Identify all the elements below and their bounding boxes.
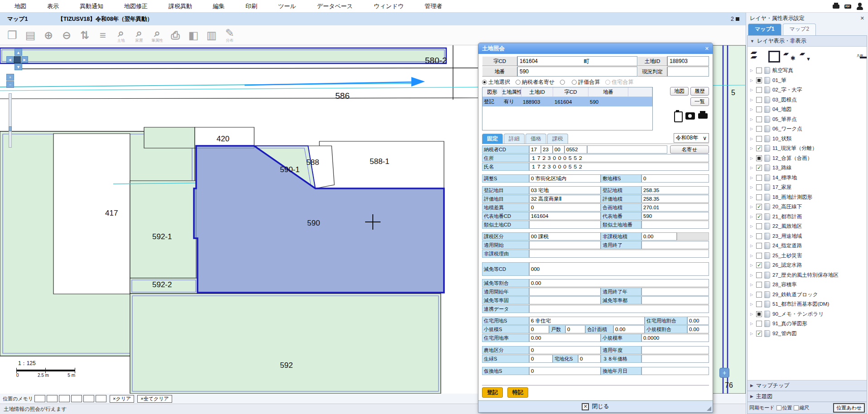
clear-all-button[interactable]: ×全てクリア <box>137 395 172 403</box>
close-x-icon[interactable]: ✕ <box>582 403 589 410</box>
layer-row[interactable]: ▷ 20_高圧線下 <box>747 202 867 212</box>
field-cell[interactable] <box>641 346 709 354</box>
field-cell[interactable] <box>641 221 709 229</box>
sync-checkbox[interactable] <box>794 405 799 410</box>
clipboard-icon[interactable] <box>672 110 684 121</box>
toolbar-button[interactable]: ⊕ <box>41 27 56 44</box>
pan-right-button[interactable]: ► <box>21 56 28 63</box>
result-row-selected[interactable]: 登記有り188903161604590 <box>482 97 652 106</box>
resize-grip[interactable] <box>707 406 711 411</box>
map-plus-button[interactable]: + <box>719 368 729 378</box>
layer-checkbox[interactable] <box>756 253 762 259</box>
expander-icon[interactable]: ▷ <box>750 244 754 248</box>
layer-checkbox[interactable] <box>756 194 762 200</box>
layer-checkbox[interactable] <box>756 67 762 73</box>
layer-checkbox[interactable] <box>756 311 762 317</box>
mode-radio[interactable]: 住宅合算 <box>605 78 633 86</box>
expander-icon[interactable]: ▷ <box>750 263 754 267</box>
expander-icon[interactable]: ▷ <box>750 78 754 82</box>
memory-slot[interactable] <box>34 395 45 402</box>
menu-item[interactable]: ツール <box>278 2 296 10</box>
layer-row[interactable]: ▷ 17_家屋 <box>747 183 867 193</box>
layer-row[interactable]: ▷ 92_管内図 <box>747 329 867 339</box>
dialog-close-icon[interactable]: ✕ <box>705 46 709 52</box>
field-cell[interactable]: 23 <box>541 145 553 154</box>
print-pdf-icon[interactable] <box>844 2 853 11</box>
parcel-592-1[interactable] <box>130 181 196 278</box>
window-counter[interactable]: 2 <box>731 16 746 22</box>
layer-row[interactable]: ▷ 06_ワーク点 <box>747 124 867 134</box>
menu-item[interactable]: 地図修正 <box>124 2 148 10</box>
layer-row[interactable]: ▷ 10_状類 <box>747 134 867 144</box>
result-col-header[interactable] <box>628 87 652 97</box>
layer-row[interactable]: ▷ 90_メモ・テンポラリ <box>747 309 867 319</box>
layer-row[interactable]: ▷ 91_真の筆図形 <box>747 319 867 329</box>
layers-icon[interactable] <box>751 50 763 62</box>
result-col-header[interactable]: 土地属性 <box>502 87 521 97</box>
field-cell[interactable]: １７２３０００５５２ <box>529 154 709 162</box>
expander-icon[interactable]: ▷ <box>750 146 754 150</box>
dialog-tab[interactable]: 価格 <box>526 134 546 144</box>
layer-checkbox[interactable] <box>756 292 762 298</box>
layer-checkbox[interactable] <box>756 331 762 337</box>
aza-cd-value[interactable]: 161604 町 <box>517 56 637 66</box>
field-cell[interactable]: 590 <box>641 212 709 220</box>
layer-checkbox[interactable] <box>756 243 762 249</box>
sidebar-close-icon[interactable]: ✕ <box>860 15 864 21</box>
layer-visibility-header[interactable]: ▼ レイヤ表示・非表示 <box>747 36 867 47</box>
layers-filter-icon[interactable] <box>800 50 812 62</box>
expander-icon[interactable]: ▷ <box>750 166 754 170</box>
user-icon[interactable] <box>855 2 864 11</box>
field-cell[interactable]: 0.00 <box>529 279 709 287</box>
field-cell[interactable] <box>641 367 709 375</box>
field-cell[interactable]: 0 <box>529 325 549 333</box>
genkyo-value[interactable] <box>667 67 709 77</box>
field-cell[interactable]: １７２３０００５５２ <box>529 163 709 171</box>
field-cell[interactable]: 0 <box>578 355 601 363</box>
field-cell[interactable]: 0.00 <box>687 325 709 333</box>
field-cell[interactable]: 00 <box>553 145 564 154</box>
mode-radio[interactable]: 評価合算 <box>572 78 600 86</box>
layer-checkbox[interactable] <box>756 126 762 132</box>
tochi-id-value[interactable]: 188903 <box>667 56 709 66</box>
field-cell[interactable] <box>641 241 709 249</box>
menu-item[interactable]: 管理者 <box>424 2 442 10</box>
map-zoom-in-button[interactable]: + <box>6 74 14 81</box>
clear-button[interactable]: ×クリア <box>110 395 134 403</box>
layer-checkbox[interactable] <box>756 136 762 142</box>
expander-icon[interactable]: ▷ <box>750 68 754 72</box>
menu-item[interactable]: 表示 <box>47 2 59 10</box>
expander-icon[interactable]: ▷ <box>750 176 754 180</box>
collapsed-section-header[interactable]: ▶ 主題図 <box>747 391 867 402</box>
menu-item[interactable]: 地図 <box>14 2 26 10</box>
field-cell[interactable] <box>529 288 601 296</box>
result-col-header[interactable]: 地番 <box>588 87 628 97</box>
toolbar-button[interactable]: ✎ 分布 <box>222 27 237 44</box>
position-align-button[interactable]: 位置あわせ <box>833 403 865 413</box>
chiban-value[interactable]: 590 <box>517 67 637 77</box>
field-cell[interactable]: 32 高度商業Ⅱ <box>529 195 601 203</box>
layer-row[interactable]: ▷ 51_都市計画基本図(DM) <box>747 299 867 309</box>
sync-check[interactable]: 縮尺 <box>794 404 810 411</box>
expander-icon[interactable]: ▷ <box>750 293 754 297</box>
menu-item[interactable]: 編集 <box>213 2 225 10</box>
layer-row[interactable]: ▷ 航空写真 <box>747 66 867 76</box>
result-col-header[interactable]: 字CD <box>553 87 588 97</box>
field-cell[interactable]: 名寄せ <box>670 145 709 154</box>
frame-icon[interactable] <box>767 50 779 62</box>
layer-checkbox[interactable] <box>756 223 762 229</box>
menu-item[interactable]: 印刷 <box>246 2 257 10</box>
field-cell[interactable]: 0.00 <box>529 334 601 342</box>
field-cell[interactable] <box>529 241 601 249</box>
layer-checkbox[interactable] <box>756 106 762 112</box>
memory-slot[interactable] <box>47 395 58 402</box>
layer-checkbox[interactable] <box>756 184 762 190</box>
toolbar-button[interactable]: ⇅ <box>77 27 92 44</box>
field-cell[interactable]: 0 <box>529 346 601 354</box>
layer-checkbox[interactable] <box>756 204 762 210</box>
field-cell[interactable]: 000 <box>529 262 709 276</box>
layer-checkbox[interactable] <box>756 116 762 122</box>
layer-checkbox[interactable] <box>756 145 762 151</box>
expander-icon[interactable]: ▷ <box>750 88 754 92</box>
dialog-tab[interactable]: 固定 <box>482 134 503 144</box>
